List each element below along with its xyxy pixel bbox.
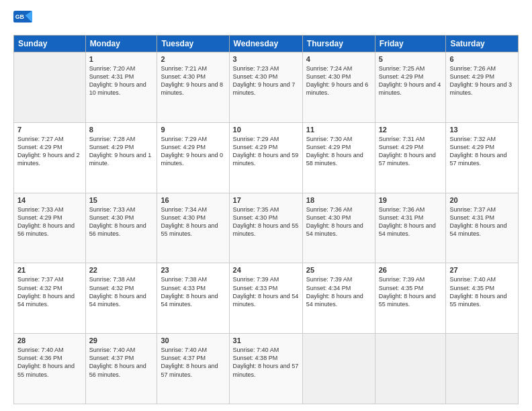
header-cell-wednesday: Wednesday bbox=[229, 36, 302, 52]
calendar-cell: 23Sunrise: 7:38 AMSunset: 4:33 PMDayligh… bbox=[157, 263, 229, 334]
calendar-cell: 31Sunrise: 7:40 AMSunset: 4:38 PMDayligh… bbox=[229, 334, 302, 404]
day-number: 6 bbox=[449, 55, 515, 63]
calendar-cell: 14Sunrise: 7:33 AMSunset: 4:29 PMDayligh… bbox=[14, 193, 86, 263]
calendar-cell: 11Sunrise: 7:30 AMSunset: 4:29 PMDayligh… bbox=[302, 122, 375, 193]
calendar-cell: 13Sunrise: 7:32 AMSunset: 4:29 PMDayligh… bbox=[446, 122, 519, 193]
day-number: 5 bbox=[379, 55, 443, 63]
day-number: 17 bbox=[233, 196, 299, 204]
cell-text: Sunrise: 7:28 AMSunset: 4:29 PMDaylight:… bbox=[89, 135, 154, 168]
calendar-cell: 29Sunrise: 7:40 AMSunset: 4:37 PMDayligh… bbox=[85, 334, 157, 404]
week-row-5: 28Sunrise: 7:40 AMSunset: 4:36 PMDayligh… bbox=[14, 334, 519, 404]
calendar-cell: 9Sunrise: 7:29 AMSunset: 4:29 PMDaylight… bbox=[157, 122, 229, 193]
day-number: 23 bbox=[161, 266, 225, 274]
cell-text: Sunrise: 7:34 AMSunset: 4:30 PMDaylight:… bbox=[161, 205, 225, 238]
calendar-cell: 30Sunrise: 7:40 AMSunset: 4:37 PMDayligh… bbox=[157, 334, 229, 404]
day-number: 15 bbox=[89, 196, 154, 204]
calendar-cell: 8Sunrise: 7:28 AMSunset: 4:29 PMDaylight… bbox=[85, 122, 157, 193]
week-row-2: 7Sunrise: 7:27 AMSunset: 4:29 PMDaylight… bbox=[14, 122, 519, 193]
calendar-cell: 24Sunrise: 7:39 AMSunset: 4:33 PMDayligh… bbox=[229, 263, 302, 334]
day-number: 28 bbox=[17, 336, 82, 345]
calendar-cell: 7Sunrise: 7:27 AMSunset: 4:29 PMDaylight… bbox=[14, 122, 86, 193]
day-number: 31 bbox=[233, 336, 299, 345]
header-row: SundayMondayTuesdayWednesdayThursdayFrid… bbox=[14, 36, 519, 52]
cell-text: Sunrise: 7:39 AMSunset: 4:33 PMDaylight:… bbox=[233, 275, 299, 308]
day-number: 1 bbox=[89, 55, 154, 63]
cell-text: Sunrise: 7:31 AMSunset: 4:29 PMDaylight:… bbox=[379, 135, 443, 168]
cell-text: Sunrise: 7:38 AMSunset: 4:33 PMDaylight:… bbox=[161, 275, 225, 308]
header-cell-sunday: Sunday bbox=[14, 36, 86, 52]
day-number: 7 bbox=[17, 126, 82, 134]
cell-text: Sunrise: 7:26 AMSunset: 4:29 PMDaylight:… bbox=[449, 64, 515, 97]
calendar-cell: 22Sunrise: 7:38 AMSunset: 4:32 PMDayligh… bbox=[85, 263, 157, 334]
cell-text: Sunrise: 7:37 AMSunset: 4:32 PMDaylight:… bbox=[17, 275, 82, 308]
logo: GB bbox=[13, 11, 35, 30]
calendar-cell bbox=[14, 52, 86, 123]
calendar-cell bbox=[302, 334, 375, 404]
cell-text: Sunrise: 7:24 AMSunset: 4:30 PMDaylight:… bbox=[306, 64, 371, 97]
calendar-cell: 17Sunrise: 7:35 AMSunset: 4:30 PMDayligh… bbox=[229, 193, 302, 263]
header-cell-tuesday: Tuesday bbox=[157, 36, 229, 52]
header-cell-friday: Friday bbox=[375, 36, 446, 52]
week-row-3: 14Sunrise: 7:33 AMSunset: 4:29 PMDayligh… bbox=[14, 193, 519, 263]
cell-text: Sunrise: 7:39 AMSunset: 4:34 PMDaylight:… bbox=[306, 275, 371, 308]
calendar-body: 1Sunrise: 7:20 AMSunset: 4:31 PMDaylight… bbox=[14, 52, 519, 404]
cell-text: Sunrise: 7:36 AMSunset: 4:31 PMDaylight:… bbox=[379, 205, 443, 238]
day-number: 20 bbox=[449, 196, 515, 204]
week-row-1: 1Sunrise: 7:20 AMSunset: 4:31 PMDaylight… bbox=[14, 52, 519, 123]
day-number: 16 bbox=[161, 196, 225, 204]
cell-text: Sunrise: 7:21 AMSunset: 4:30 PMDaylight:… bbox=[161, 64, 225, 97]
calendar-cell: 28Sunrise: 7:40 AMSunset: 4:36 PMDayligh… bbox=[14, 334, 86, 404]
calendar-cell: 25Sunrise: 7:39 AMSunset: 4:34 PMDayligh… bbox=[302, 263, 375, 334]
calendar-cell: 6Sunrise: 7:26 AMSunset: 4:29 PMDaylight… bbox=[446, 52, 519, 123]
day-number: 8 bbox=[89, 126, 154, 134]
header-cell-monday: Monday bbox=[85, 36, 157, 52]
calendar-cell: 4Sunrise: 7:24 AMSunset: 4:30 PMDaylight… bbox=[302, 52, 375, 123]
day-number: 25 bbox=[306, 266, 371, 274]
cell-text: Sunrise: 7:20 AMSunset: 4:31 PMDaylight:… bbox=[89, 64, 154, 97]
calendar-table: SundayMondayTuesdayWednesdayThursdayFrid… bbox=[13, 35, 519, 404]
day-number: 24 bbox=[233, 266, 299, 274]
day-number: 2 bbox=[161, 55, 225, 63]
calendar-header: SundayMondayTuesdayWednesdayThursdayFrid… bbox=[14, 36, 519, 52]
day-number: 18 bbox=[306, 196, 371, 204]
cell-text: Sunrise: 7:40 AMSunset: 4:35 PMDaylight:… bbox=[449, 275, 515, 308]
cell-text: Sunrise: 7:33 AMSunset: 4:29 PMDaylight:… bbox=[17, 205, 82, 238]
calendar-cell: 15Sunrise: 7:33 AMSunset: 4:30 PMDayligh… bbox=[85, 193, 157, 263]
day-number: 3 bbox=[233, 55, 299, 63]
calendar-cell: 21Sunrise: 7:37 AMSunset: 4:32 PMDayligh… bbox=[14, 263, 86, 334]
calendar-cell: 27Sunrise: 7:40 AMSunset: 4:35 PMDayligh… bbox=[446, 263, 519, 334]
calendar-cell: 5Sunrise: 7:25 AMSunset: 4:29 PMDaylight… bbox=[375, 52, 446, 123]
cell-text: Sunrise: 7:29 AMSunset: 4:29 PMDaylight:… bbox=[161, 135, 225, 168]
calendar-cell: 3Sunrise: 7:23 AMSunset: 4:30 PMDaylight… bbox=[229, 52, 302, 123]
cell-text: Sunrise: 7:40 AMSunset: 4:37 PMDaylight:… bbox=[89, 346, 154, 379]
cell-text: Sunrise: 7:27 AMSunset: 4:29 PMDaylight:… bbox=[17, 135, 82, 168]
day-number: 14 bbox=[17, 196, 82, 204]
calendar-cell: 12Sunrise: 7:31 AMSunset: 4:29 PMDayligh… bbox=[375, 122, 446, 193]
day-number: 9 bbox=[161, 126, 225, 134]
cell-text: Sunrise: 7:40 AMSunset: 4:37 PMDaylight:… bbox=[161, 346, 225, 379]
calendar-cell: 19Sunrise: 7:36 AMSunset: 4:31 PMDayligh… bbox=[375, 193, 446, 263]
calendar-cell bbox=[375, 334, 446, 404]
cell-text: Sunrise: 7:33 AMSunset: 4:30 PMDaylight:… bbox=[89, 205, 154, 238]
calendar-cell: 2Sunrise: 7:21 AMSunset: 4:30 PMDaylight… bbox=[157, 52, 229, 123]
day-number: 22 bbox=[89, 266, 154, 274]
cell-text: Sunrise: 7:23 AMSunset: 4:30 PMDaylight:… bbox=[233, 64, 299, 97]
svg-text:GB: GB bbox=[15, 13, 24, 20]
cell-text: Sunrise: 7:36 AMSunset: 4:30 PMDaylight:… bbox=[306, 205, 371, 238]
cell-text: Sunrise: 7:37 AMSunset: 4:31 PMDaylight:… bbox=[449, 205, 515, 238]
cell-text: Sunrise: 7:40 AMSunset: 4:38 PMDaylight:… bbox=[233, 346, 299, 379]
calendar-cell: 10Sunrise: 7:29 AMSunset: 4:29 PMDayligh… bbox=[229, 122, 302, 193]
day-number: 19 bbox=[379, 196, 443, 204]
day-number: 27 bbox=[449, 266, 515, 274]
cell-text: Sunrise: 7:29 AMSunset: 4:29 PMDaylight:… bbox=[233, 135, 299, 168]
cell-text: Sunrise: 7:40 AMSunset: 4:36 PMDaylight:… bbox=[17, 346, 82, 379]
cell-text: Sunrise: 7:32 AMSunset: 4:29 PMDaylight:… bbox=[449, 135, 515, 168]
calendar-cell: 18Sunrise: 7:36 AMSunset: 4:30 PMDayligh… bbox=[302, 193, 375, 263]
calendar-page: GB SundayMondayTuesdayWednesdayThursdayF… bbox=[0, 0, 532, 411]
logo-icon: GB bbox=[13, 11, 32, 30]
day-number: 30 bbox=[161, 336, 225, 345]
day-number: 4 bbox=[306, 55, 371, 63]
cell-text: Sunrise: 7:30 AMSunset: 4:29 PMDaylight:… bbox=[306, 135, 371, 168]
cell-text: Sunrise: 7:39 AMSunset: 4:35 PMDaylight:… bbox=[379, 275, 443, 308]
header-cell-saturday: Saturday bbox=[446, 36, 519, 52]
